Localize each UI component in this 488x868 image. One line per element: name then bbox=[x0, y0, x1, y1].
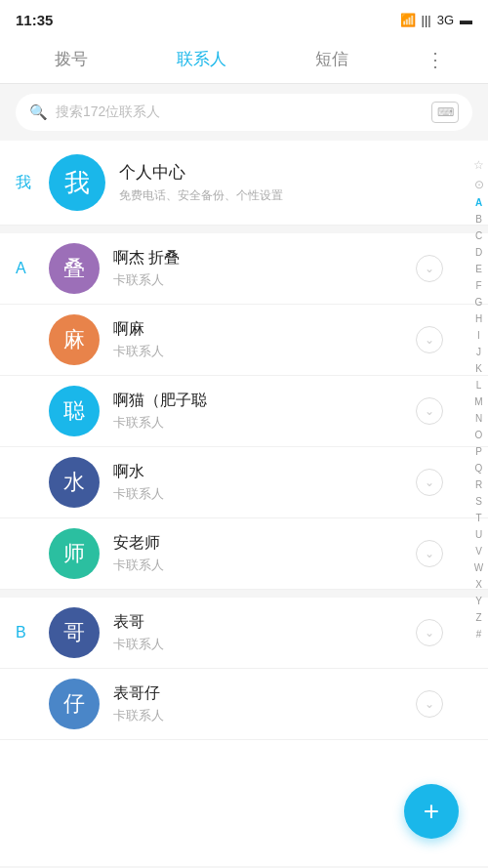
search-icon: 🔍 bbox=[29, 103, 48, 121]
alpha-P[interactable]: P bbox=[475, 444, 482, 460]
tab-sms[interactable]: 短信 bbox=[296, 40, 368, 78]
alpha-I[interactable]: I bbox=[477, 328, 480, 344]
contact-item-4[interactable]: 师 安老师 卡联系人 ⌄ bbox=[0, 518, 488, 590]
alpha-A[interactable]: A bbox=[475, 195, 482, 211]
alpha-K[interactable]: K bbox=[475, 361, 482, 377]
contact-sub-4: 卡联系人 bbox=[113, 557, 416, 574]
alpha-star[interactable]: ☆ bbox=[473, 156, 484, 175]
section-label-me: 我 bbox=[16, 173, 31, 193]
alpha-C[interactable]: C bbox=[475, 228, 482, 244]
contact-name-5: 表哥 bbox=[113, 612, 416, 633]
expand-button-1[interactable]: ⌄ bbox=[416, 326, 443, 353]
network-type: 3G bbox=[437, 13, 454, 27]
avatar-3: 水 bbox=[49, 457, 100, 508]
personal-name: 个人中心 bbox=[119, 161, 443, 184]
personal-center-item[interactable]: 我 我 个人中心 免费电话、安全备份、个性设置 bbox=[0, 141, 488, 226]
alpha-H[interactable]: H bbox=[475, 311, 482, 327]
section-label-a: A bbox=[16, 260, 26, 277]
contact-info-2: 啊猫（肥子聪 卡联系人 bbox=[113, 391, 416, 432]
avatar-1: 麻 bbox=[49, 314, 100, 365]
expand-button-0[interactable]: ⌄ bbox=[416, 255, 443, 282]
alpha-F[interactable]: F bbox=[475, 278, 481, 294]
expand-button-5[interactable]: ⌄ bbox=[416, 619, 443, 646]
signal-bars: ||| bbox=[422, 13, 431, 27]
alpha-hash[interactable]: # bbox=[476, 627, 482, 642]
alpha-J[interactable]: J bbox=[476, 345, 481, 360]
status-icons: 📶 ||| 3G ▬ bbox=[400, 13, 472, 27]
contact-sub-6: 卡联系人 bbox=[113, 707, 416, 724]
battery-icon: ▬ bbox=[460, 13, 472, 27]
tab-dial[interactable]: 拨号 bbox=[35, 40, 107, 78]
contact-item-1[interactable]: 麻 啊麻 卡联系人 ⌄ bbox=[0, 305, 488, 376]
contact-info-5: 表哥 卡联系人 bbox=[113, 612, 416, 653]
alpha-R[interactable]: R bbox=[475, 477, 482, 493]
tab-bar: 拨号 联系人 短信 ⋮ bbox=[0, 35, 488, 84]
contact-name-2: 啊猫（肥子聪 bbox=[113, 391, 416, 411]
alpha-X[interactable]: X bbox=[475, 577, 482, 593]
more-menu-button[interactable]: ⋮ bbox=[418, 40, 453, 79]
search-input-wrapper[interactable]: 🔍 搜索172位联系人 ⌨ bbox=[16, 94, 472, 131]
alpha-Y[interactable]: Y bbox=[475, 594, 482, 609]
personal-info: 个人中心 免费电话、安全备份、个性设置 bbox=[119, 161, 443, 204]
personal-avatar: 我 bbox=[49, 154, 105, 211]
contact-item-0[interactable]: A 叠 啊杰 折叠 卡联系人 ⌄ bbox=[0, 226, 488, 305]
wifi-icon: 📶 bbox=[400, 13, 416, 27]
contact-info-6: 表哥仔 卡联系人 bbox=[113, 683, 416, 724]
alpha-clock[interactable]: ⊙ bbox=[474, 176, 484, 194]
alpha-G[interactable]: G bbox=[475, 295, 483, 310]
expand-button-3[interactable]: ⌄ bbox=[416, 469, 443, 496]
keyboard-icon: ⌨ bbox=[437, 105, 454, 119]
contact-item-3[interactable]: 水 啊水 卡联系人 ⌄ bbox=[0, 447, 488, 518]
contact-info-4: 安老师 卡联系人 bbox=[113, 533, 416, 574]
alpha-V[interactable]: V bbox=[475, 544, 482, 559]
contact-name-1: 啊麻 bbox=[113, 319, 416, 340]
expand-button-4[interactable]: ⌄ bbox=[416, 540, 443, 567]
contact-info-0: 啊杰 折叠 卡联系人 bbox=[113, 248, 416, 289]
avatar-6: 仔 bbox=[49, 679, 100, 729]
alpha-index: ☆ ⊙ A B C D E F G H I J K L M N O P Q R … bbox=[473, 156, 484, 642]
contact-info-3: 啊水 卡联系人 bbox=[113, 462, 416, 503]
alpha-Q[interactable]: Q bbox=[475, 461, 483, 476]
alpha-U[interactable]: U bbox=[475, 527, 482, 543]
status-bar: 11:35 📶 ||| 3G ▬ bbox=[0, 0, 488, 35]
avatar-5: 哥 bbox=[49, 607, 100, 658]
contact-sub-3: 卡联系人 bbox=[113, 485, 416, 503]
personal-subtitle: 免费电话、安全备份、个性设置 bbox=[119, 187, 443, 204]
contact-name-0: 啊杰 折叠 bbox=[113, 248, 416, 269]
status-time: 11:35 bbox=[16, 12, 53, 28]
section-label-b: B bbox=[16, 624, 26, 641]
expand-button-6[interactable]: ⌄ bbox=[416, 690, 443, 718]
contact-item-5[interactable]: B 哥 表哥 卡联系人 ⌄ bbox=[0, 590, 488, 669]
search-bar-container: 🔍 搜索172位联系人 ⌨ bbox=[0, 84, 488, 141]
contact-sub-2: 卡联系人 bbox=[113, 414, 416, 432]
contact-name-6: 表哥仔 bbox=[113, 683, 416, 704]
contact-name-3: 啊水 bbox=[113, 462, 416, 482]
contact-info-1: 啊麻 卡联系人 bbox=[113, 319, 416, 360]
contact-sub-0: 卡联系人 bbox=[113, 271, 416, 289]
alpha-W[interactable]: W bbox=[474, 560, 483, 576]
contact-sub-1: 卡联系人 bbox=[113, 343, 416, 360]
avatar-0: 叠 bbox=[49, 243, 100, 294]
alpha-O[interactable]: O bbox=[475, 428, 483, 443]
alpha-L[interactable]: L bbox=[476, 378, 482, 393]
alpha-B[interactable]: B bbox=[475, 212, 482, 227]
contact-item-2[interactable]: 聪 啊猫（肥子聪 卡联系人 ⌄ bbox=[0, 376, 488, 447]
add-contact-fab[interactable]: + bbox=[404, 784, 459, 839]
alpha-S[interactable]: S bbox=[475, 494, 482, 510]
alpha-N[interactable]: N bbox=[475, 411, 482, 427]
contact-name-4: 安老师 bbox=[113, 533, 416, 554]
contact-list: 我 我 个人中心 免费电话、安全备份、个性设置 A 叠 啊杰 折叠 卡联系人 ⌄… bbox=[0, 141, 488, 866]
tab-contacts[interactable]: 联系人 bbox=[157, 40, 246, 78]
alpha-Z[interactable]: Z bbox=[475, 610, 481, 626]
contact-sub-5: 卡联系人 bbox=[113, 636, 416, 653]
alpha-D[interactable]: D bbox=[475, 245, 482, 261]
search-placeholder: 搜索172位联系人 bbox=[56, 103, 424, 121]
avatar-2: 聪 bbox=[49, 386, 100, 436]
keyboard-toggle[interactable]: ⌨ bbox=[431, 102, 459, 123]
avatar-4: 师 bbox=[49, 528, 100, 579]
expand-button-2[interactable]: ⌄ bbox=[416, 397, 443, 425]
alpha-E[interactable]: E bbox=[475, 262, 482, 277]
alpha-T[interactable]: T bbox=[475, 511, 481, 526]
contact-item-6[interactable]: 仔 表哥仔 卡联系人 ⌄ bbox=[0, 669, 488, 740]
alpha-M[interactable]: M bbox=[474, 394, 482, 410]
